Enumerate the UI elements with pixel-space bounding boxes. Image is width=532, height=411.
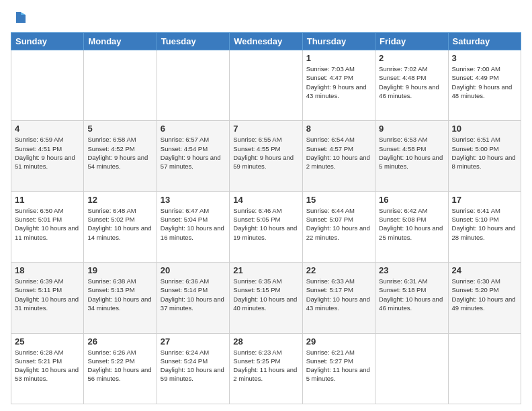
day-info: Sunrise: 6:59 AM Sunset: 4:51 PM Dayligh… (15, 135, 80, 171)
col-header-sunday: Sunday (11, 33, 84, 50)
col-header-wednesday: Wednesday (230, 33, 302, 50)
day-number: 26 (87, 336, 152, 347)
day-number: 21 (233, 265, 298, 275)
day-number: 19 (87, 265, 152, 275)
day-number: 20 (161, 265, 226, 275)
day-info: Sunrise: 6:26 AM Sunset: 5:22 PM Dayligh… (87, 348, 152, 383)
day-cell: 22Sunrise: 6:33 AM Sunset: 5:17 PM Dayli… (302, 263, 375, 333)
col-header-thursday: Thursday (302, 33, 375, 50)
col-header-friday: Friday (375, 33, 448, 50)
logo (11, 11, 28, 26)
day-cell: 1Sunrise: 7:03 AM Sunset: 4:47 PM Daylig… (302, 50, 375, 121)
day-number: 8 (306, 124, 371, 134)
day-info: Sunrise: 6:51 AM Sunset: 5:00 PM Dayligh… (452, 135, 517, 171)
day-cell: 8Sunrise: 6:54 AM Sunset: 4:57 PM Daylig… (302, 121, 375, 191)
day-number: 27 (161, 336, 226, 347)
day-info: Sunrise: 6:48 AM Sunset: 5:02 PM Dayligh… (87, 206, 152, 242)
day-cell: 2Sunrise: 7:02 AM Sunset: 4:48 PM Daylig… (375, 50, 448, 121)
day-info: Sunrise: 6:50 AM Sunset: 5:01 PM Dayligh… (15, 206, 80, 242)
day-number: 12 (87, 195, 152, 205)
day-cell: 7Sunrise: 6:55 AM Sunset: 4:55 PM Daylig… (230, 121, 302, 191)
day-cell: 12Sunrise: 6:48 AM Sunset: 5:02 PM Dayli… (84, 191, 157, 262)
day-cell: 15Sunrise: 6:44 AM Sunset: 5:07 PM Dayli… (302, 191, 375, 262)
day-cell: 16Sunrise: 6:42 AM Sunset: 5:08 PM Dayli… (375, 191, 448, 262)
day-info: Sunrise: 6:35 AM Sunset: 5:15 PM Dayligh… (233, 277, 298, 312)
day-info: Sunrise: 6:41 AM Sunset: 5:10 PM Dayligh… (452, 206, 517, 242)
day-info: Sunrise: 6:24 AM Sunset: 5:24 PM Dayligh… (161, 348, 226, 383)
day-number: 7 (233, 124, 298, 134)
day-cell (448, 333, 521, 404)
day-cell: 20Sunrise: 6:36 AM Sunset: 5:14 PM Dayli… (157, 263, 229, 333)
day-info: Sunrise: 6:21 AM Sunset: 5:27 PM Dayligh… (306, 348, 371, 383)
day-info: Sunrise: 6:23 AM Sunset: 5:25 PM Dayligh… (233, 348, 298, 383)
week-row-2: 11Sunrise: 6:50 AM Sunset: 5:01 PM Dayli… (11, 191, 521, 262)
logo-icon (13, 11, 28, 26)
day-number: 25 (15, 336, 80, 347)
day-info: Sunrise: 6:53 AM Sunset: 4:58 PM Dayligh… (379, 135, 444, 171)
day-cell (230, 50, 302, 121)
day-cell: 24Sunrise: 6:30 AM Sunset: 5:20 PM Dayli… (448, 263, 521, 333)
day-info: Sunrise: 6:54 AM Sunset: 4:57 PM Dayligh… (306, 135, 371, 171)
day-number: 15 (306, 195, 371, 205)
day-cell (84, 50, 157, 121)
day-info: Sunrise: 6:46 AM Sunset: 5:05 PM Dayligh… (233, 206, 298, 242)
day-number: 1 (306, 53, 371, 63)
svg-marker-1 (21, 12, 26, 15)
day-cell (375, 333, 448, 404)
day-number: 9 (379, 124, 444, 134)
week-row-1: 4Sunrise: 6:59 AM Sunset: 4:51 PM Daylig… (11, 121, 521, 191)
col-header-monday: Monday (84, 33, 157, 50)
col-header-saturday: Saturday (448, 33, 521, 50)
day-number: 5 (87, 124, 152, 134)
day-number: 22 (306, 265, 371, 275)
day-info: Sunrise: 7:00 AM Sunset: 4:49 PM Dayligh… (452, 64, 517, 100)
day-cell: 27Sunrise: 6:24 AM Sunset: 5:24 PM Dayli… (157, 333, 229, 404)
day-number: 10 (452, 124, 517, 134)
day-cell: 13Sunrise: 6:47 AM Sunset: 5:04 PM Dayli… (157, 191, 229, 262)
day-cell: 29Sunrise: 6:21 AM Sunset: 5:27 PM Dayli… (302, 333, 375, 404)
day-info: Sunrise: 6:42 AM Sunset: 5:08 PM Dayligh… (379, 206, 444, 242)
day-number: 14 (233, 195, 298, 205)
week-row-3: 18Sunrise: 6:39 AM Sunset: 5:11 PM Dayli… (11, 263, 521, 333)
day-cell: 4Sunrise: 6:59 AM Sunset: 4:51 PM Daylig… (11, 121, 84, 191)
day-number: 18 (15, 265, 80, 275)
day-info: Sunrise: 7:03 AM Sunset: 4:47 PM Dayligh… (306, 64, 371, 100)
day-info: Sunrise: 6:58 AM Sunset: 4:52 PM Dayligh… (87, 135, 152, 171)
day-cell (11, 50, 84, 121)
day-cell: 3Sunrise: 7:00 AM Sunset: 4:49 PM Daylig… (448, 50, 521, 121)
day-info: Sunrise: 6:33 AM Sunset: 5:17 PM Dayligh… (306, 277, 371, 312)
week-row-4: 25Sunrise: 6:28 AM Sunset: 5:21 PM Dayli… (11, 333, 521, 404)
day-number: 23 (379, 265, 444, 275)
day-info: Sunrise: 6:44 AM Sunset: 5:07 PM Dayligh… (306, 206, 371, 242)
calendar-header-row: SundayMondayTuesdayWednesdayThursdayFrid… (11, 33, 521, 50)
day-info: Sunrise: 6:55 AM Sunset: 4:55 PM Dayligh… (233, 135, 298, 171)
day-number: 4 (15, 124, 80, 134)
day-number: 3 (452, 53, 517, 63)
day-number: 28 (233, 336, 298, 347)
page: SundayMondayTuesdayWednesdayThursdayFrid… (0, 0, 532, 411)
week-row-0: 1Sunrise: 7:03 AM Sunset: 4:47 PM Daylig… (11, 50, 521, 121)
day-info: Sunrise: 6:57 AM Sunset: 4:54 PM Dayligh… (161, 135, 226, 171)
day-number: 29 (306, 336, 371, 347)
calendar: SundayMondayTuesdayWednesdayThursdayFrid… (11, 32, 521, 404)
day-cell: 21Sunrise: 6:35 AM Sunset: 5:15 PM Dayli… (230, 263, 302, 333)
header (11, 11, 521, 26)
day-info: Sunrise: 6:28 AM Sunset: 5:21 PM Dayligh… (15, 348, 80, 383)
day-cell: 28Sunrise: 6:23 AM Sunset: 5:25 PM Dayli… (230, 333, 302, 404)
day-number: 6 (161, 124, 226, 134)
day-cell: 25Sunrise: 6:28 AM Sunset: 5:21 PM Dayli… (11, 333, 84, 404)
day-info: Sunrise: 6:30 AM Sunset: 5:20 PM Dayligh… (452, 277, 517, 312)
day-info: Sunrise: 6:39 AM Sunset: 5:11 PM Dayligh… (15, 277, 80, 312)
col-header-tuesday: Tuesday (157, 33, 229, 50)
day-number: 11 (15, 195, 80, 205)
day-cell: 10Sunrise: 6:51 AM Sunset: 5:00 PM Dayli… (448, 121, 521, 191)
day-cell: 19Sunrise: 6:38 AM Sunset: 5:13 PM Dayli… (84, 263, 157, 333)
day-info: Sunrise: 7:02 AM Sunset: 4:48 PM Dayligh… (379, 64, 444, 100)
day-number: 2 (379, 53, 444, 63)
day-cell: 14Sunrise: 6:46 AM Sunset: 5:05 PM Dayli… (230, 191, 302, 262)
day-cell: 23Sunrise: 6:31 AM Sunset: 5:18 PM Dayli… (375, 263, 448, 333)
day-info: Sunrise: 6:38 AM Sunset: 5:13 PM Dayligh… (87, 277, 152, 312)
day-number: 17 (452, 195, 517, 205)
day-cell: 17Sunrise: 6:41 AM Sunset: 5:10 PM Dayli… (448, 191, 521, 262)
day-cell: 26Sunrise: 6:26 AM Sunset: 5:22 PM Dayli… (84, 333, 157, 404)
